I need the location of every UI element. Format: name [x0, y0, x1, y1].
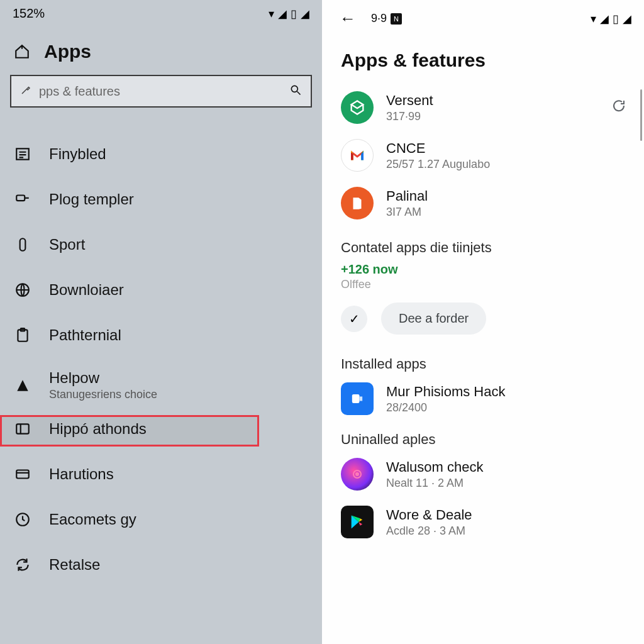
sync-icon	[14, 556, 31, 574]
sidebar-item-retalse[interactable]: Retalse	[0, 542, 322, 587]
app-name: CNCE	[386, 140, 490, 157]
app-name: Walusom check	[386, 459, 483, 475]
app-name: Versent	[386, 92, 433, 109]
app-icon	[341, 91, 374, 124]
signal-icon: ◢	[278, 7, 287, 21]
svg-rect-7	[16, 424, 29, 433]
wifi-icon: ▾	[591, 12, 596, 26]
settings-sidebar-panel: 152% ▾ ◢ ▯ ◢ Apps pps & features Finyble…	[0, 0, 322, 644]
wifi-icon: ▾	[269, 7, 274, 21]
search-icon[interactable]	[289, 84, 302, 99]
sidebar-item-sublabel: Stanugesriens choice	[49, 388, 157, 401]
status-time: 9·9	[371, 12, 387, 25]
battery-icon: ▯	[291, 7, 297, 21]
template-icon	[14, 191, 31, 208]
globe-icon	[14, 281, 31, 299]
status-bar: 152% ▾ ◢ ▯ ◢	[0, 0, 322, 26]
sidebar-item-label: Finybled	[49, 145, 106, 163]
list-icon	[14, 145, 31, 163]
sidebar-item-label: Pathternial	[49, 326, 121, 344]
sidebar-item-label: Sport	[49, 236, 85, 253]
home-icon[interactable]	[14, 43, 30, 60]
contatel-count: +126 now	[341, 260, 626, 277]
app-name: Palinal	[386, 188, 428, 204]
app-icon	[341, 458, 374, 491]
contatel-muted: Olffee	[341, 277, 626, 291]
triangle-icon	[14, 377, 31, 394]
svg-rect-8	[16, 470, 29, 479]
app-sub: Nealt 11 · 2 AM	[386, 477, 483, 490]
notification-badge-icon: N	[391, 13, 402, 25]
app-sub: 28/2400	[386, 401, 505, 414]
signal-icon-2: ◢	[301, 7, 309, 21]
status-icons: ▾ ◢ ▯ ◢	[269, 7, 309, 21]
sidebar-item-label: Bownloiaer	[49, 281, 124, 299]
svg-rect-10	[352, 394, 360, 403]
capsule-icon	[14, 236, 31, 253]
app-sub: 317·99	[386, 110, 433, 123]
sidebar-item-hippo[interactable]: Hippó athonds	[0, 406, 322, 452]
status-battery-pct: 152%	[13, 6, 45, 21]
app-row-walusom[interactable]: Walusom check Nealt 11 · 2 AM	[341, 452, 626, 499]
svg-rect-2	[16, 196, 25, 201]
app-name: Mur Phisioms Hack	[386, 384, 505, 400]
sidebar-item-label: Helpow	[49, 369, 99, 387]
sidebar-item-plog[interactable]: Plog templer	[0, 177, 322, 222]
sidebar-item-label: Harutions	[49, 465, 114, 483]
status-icons: ▾ ◢ ▯ ◢	[591, 12, 631, 26]
signal-icon-2: ◢	[623, 12, 631, 26]
app-sub: 3I7 AM	[386, 206, 428, 219]
back-button[interactable]: ←	[335, 6, 361, 31]
sidebar-item-pathternial[interactable]: Pathternial	[0, 313, 322, 358]
card-icon	[14, 465, 31, 483]
sidebar-item-eacomets[interactable]: Eacomets gy	[0, 497, 322, 542]
sidebar-nav: Finybled Plog templer Sport Bownloiaer P…	[0, 114, 322, 587]
gmail-icon	[341, 139, 374, 172]
sidebar-item-label: Retalse	[49, 556, 100, 574]
ticket-icon	[14, 420, 31, 438]
sidebar-item-sport[interactable]: Sport	[0, 222, 322, 267]
scrollbar[interactable]	[640, 89, 642, 141]
signal-icon: ◢	[600, 12, 609, 26]
app-row-phisioms[interactable]: Mur Phisioms Hack 28/2400	[341, 376, 626, 424]
apps-features-panel: ← 9·9 N ▾ ◢ ▯ ◢ Apps & features Versent …	[322, 0, 644, 644]
app-name: Wore & Deale	[386, 507, 472, 523]
app-row-versent[interactable]: Versent 317·99	[341, 85, 626, 133]
app-sub: Acdle 28 · 3 AM	[386, 525, 472, 538]
sidebar-item-label: Hippó athonds	[49, 420, 147, 438]
play-store-icon	[341, 506, 374, 538]
installed-heading: Installed apps	[341, 340, 626, 376]
search-placeholder: pps & features	[39, 84, 282, 99]
app-sub: 25/57 1.27 Augulabo	[386, 158, 490, 171]
app-row-cnce[interactable]: CNCE 25/57 1.27 Augulabo	[341, 133, 626, 180]
page-title: Apps & features	[322, 31, 644, 85]
apps-list: Versent 317·99 CNCE 25/57 1.27 Augulabo …	[322, 85, 644, 547]
app-icon	[341, 382, 374, 415]
svg-point-0	[291, 86, 297, 92]
folder-button[interactable]: Dee a forder	[381, 303, 486, 335]
status-bar: ← 9·9 N ▾ ◢ ▯ ◢	[322, 0, 644, 31]
clock-icon	[14, 511, 31, 528]
search-input[interactable]: pps & features	[10, 75, 312, 108]
sidebar-header: Apps	[0, 26, 322, 75]
sidebar-item-label: Eacomets gy	[49, 511, 136, 528]
sidebar-item-finybled[interactable]: Finybled	[0, 131, 322, 177]
clipboard-icon	[14, 326, 31, 344]
sidebar-item-helpow[interactable]: Helpow Stanugesriens choice	[0, 358, 322, 406]
contatel-heading: Contatel apps die tiinjets	[341, 228, 626, 260]
search-leading-icon	[20, 84, 31, 98]
sync-icon[interactable]	[611, 98, 626, 117]
battery-icon: ▯	[613, 12, 619, 26]
office-icon	[341, 187, 374, 219]
sidebar-item-label: Plog templer	[49, 191, 134, 208]
sidebar-item-harutions[interactable]: Harutions	[0, 452, 322, 497]
check-toggle[interactable]: ✓	[341, 306, 367, 332]
uninstalled-heading: Uninalled aples	[341, 424, 626, 452]
folder-action-row: ✓ Dee a forder	[341, 291, 626, 340]
svg-point-12	[356, 473, 358, 475]
sidebar-item-bownloiaer[interactable]: Bownloiaer	[0, 267, 322, 313]
svg-rect-3	[20, 238, 26, 251]
app-row-wore[interactable]: Wore & Deale Acdle 28 · 3 AM	[341, 499, 626, 547]
app-row-palinal[interactable]: Palinal 3I7 AM	[341, 180, 626, 228]
sidebar-title: Apps	[44, 41, 91, 62]
